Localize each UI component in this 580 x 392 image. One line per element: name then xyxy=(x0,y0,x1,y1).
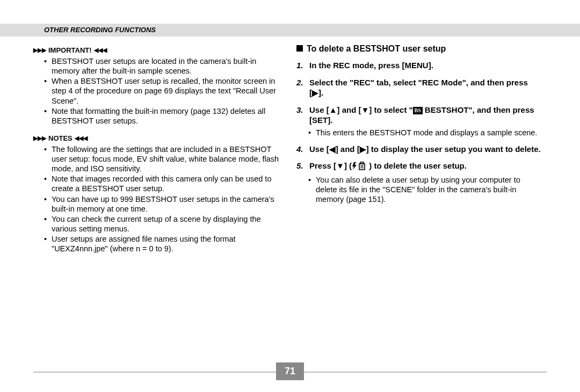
step-item: 4.Use [◀] and [▶] to display the user se… xyxy=(296,144,543,155)
list-item: Note that images recorded with this came… xyxy=(52,174,280,193)
content-area: ▶▶▶ IMPORTANT! ◀◀◀ BESTSHOT user setups … xyxy=(33,44,547,262)
step-list: 1.In the REC mode, press [MENU]. 2.Selec… xyxy=(296,60,543,204)
svg-rect-1 xyxy=(360,162,364,164)
delete-heading-text: To delete a BESTSHOT user setup xyxy=(307,44,446,53)
header-title: OTHER RECORDING FUNCTIONS xyxy=(44,26,156,34)
right-column: To delete a BESTSHOT user setup 1.In the… xyxy=(296,44,543,262)
list-item: You can also delete a user setup by usin… xyxy=(316,175,543,204)
marker-right-icon: ▶▶▶ xyxy=(33,135,46,142)
list-item: This enters the BESTSHOT mode and displa… xyxy=(316,128,543,137)
flash-trash-icon xyxy=(352,162,367,173)
list-item: When a BESTSHOT user setup is recalled, … xyxy=(52,76,280,105)
bs-icon: BS xyxy=(413,107,423,114)
step-sublist: This enters the BESTSHOT mode and displa… xyxy=(316,128,543,137)
delete-heading: To delete a BESTSHOT user setup xyxy=(296,44,543,54)
notes-heading: ▶▶▶ NOTES ◀◀◀ xyxy=(33,134,280,142)
svg-rect-0 xyxy=(359,164,365,170)
step-text: Use [▲] and [▼] to select "BS BESTSHOT",… xyxy=(309,105,534,125)
notes-label: NOTES xyxy=(48,134,73,142)
page-number: 71 xyxy=(276,362,304,380)
list-item: Note that formatting the built-in memory… xyxy=(52,106,280,126)
square-bullet-icon xyxy=(296,45,303,52)
step-sublist: You can also delete a user setup by usin… xyxy=(316,175,543,204)
list-item: You can check the current setup of a sce… xyxy=(52,214,280,234)
step-item: 1.In the REC mode, press [MENU]. xyxy=(296,60,543,71)
important-list: BESTSHOT user setups are located in the … xyxy=(52,56,280,126)
step-item: 2.Select the "REC" tab, select "REC Mode… xyxy=(296,77,543,98)
step-text: Select the "REC" tab, select "REC Mode",… xyxy=(309,78,528,98)
step-text: In the REC mode, press [MENU]. xyxy=(309,61,433,70)
list-item: The following are the settings that are … xyxy=(52,144,280,173)
step-item: 5.Press [▼] ( ) to delete the user setup… xyxy=(296,161,543,204)
step-text: Use [◀] and [▶] to display the user setu… xyxy=(309,144,541,154)
list-item: User setups are assigned file names usin… xyxy=(52,234,280,253)
step-item: 3.Use [▲] and [▼] to select "BS BESTSHOT… xyxy=(296,105,543,137)
notes-list: The following are the settings that are … xyxy=(52,144,280,253)
marker-right-icon: ▶▶▶ xyxy=(33,47,46,54)
list-item: You can have up to 999 BESTSHOT user set… xyxy=(52,194,280,214)
left-column: ▶▶▶ IMPORTANT! ◀◀◀ BESTSHOT user setups … xyxy=(33,44,280,262)
list-item: BESTSHOT user setups are located in the … xyxy=(52,56,280,76)
footer: 71 xyxy=(0,362,580,380)
marker-left-icon: ◀◀◀ xyxy=(94,47,107,54)
important-label: IMPORTANT! xyxy=(48,46,92,54)
important-heading: ▶▶▶ IMPORTANT! ◀◀◀ xyxy=(33,46,280,54)
step-text: Press [▼] ( ) to delete the user setup. xyxy=(309,161,467,170)
marker-left-icon: ◀◀◀ xyxy=(75,135,88,142)
